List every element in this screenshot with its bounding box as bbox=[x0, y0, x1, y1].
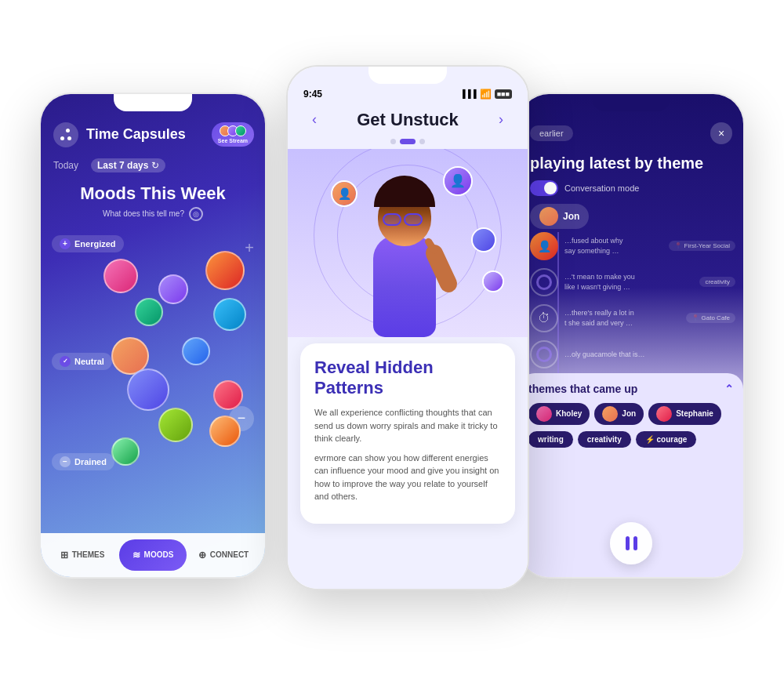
card-title: Reveal Hidden Patterns bbox=[314, 358, 501, 399]
timeline-text-4: …oly guacamole that is… bbox=[564, 350, 735, 358]
center-content: 9:45 ▐▐▐ 📶 ■■■ ‹ Get Unstuck › bbox=[288, 67, 528, 589]
badge1-text: First-Year Social bbox=[684, 242, 730, 249]
app-logo bbox=[53, 122, 78, 147]
person-chip-jon[interactable]: Jon bbox=[594, 403, 644, 425]
notch-right bbox=[592, 94, 670, 111]
tabs-row: Today Last 7 days ↻ bbox=[41, 154, 265, 177]
check-icon: ✓ bbox=[60, 356, 71, 367]
jon-person-name: Jon bbox=[622, 409, 636, 418]
kholey-name: Kholey bbox=[556, 409, 582, 418]
next-button[interactable]: › bbox=[490, 109, 512, 131]
conversation-toggle[interactable] bbox=[530, 180, 558, 196]
creativity-chip[interactable]: creativity bbox=[578, 431, 631, 448]
avatar-bubble bbox=[127, 368, 169, 411]
chevron-up-icon[interactable]: ⌃ bbox=[724, 383, 734, 395]
timeline-item-3: ⏱ …there's really a lot int she said and… bbox=[530, 304, 735, 332]
jon-avatar bbox=[539, 207, 558, 226]
reveal-card: Reveal Hidden Patterns We all experience… bbox=[300, 343, 515, 524]
tab-last7[interactable]: Last 7 days ↻ bbox=[91, 158, 165, 172]
convo-mode-row: Conversation mode bbox=[519, 176, 743, 201]
moods-heading: Moods This Week bbox=[41, 183, 265, 204]
energized-label: Energized bbox=[74, 239, 116, 249]
avatar-bubble bbox=[135, 298, 163, 326]
connect-label: CONNECT bbox=[210, 550, 249, 559]
badge3-text: Gato Cafe bbox=[702, 314, 730, 321]
themes-tab[interactable]: ⊞ THEMES bbox=[49, 539, 116, 571]
minus-icon: − bbox=[60, 456, 71, 467]
right-bottom: themes that came up ⌃ Kholey Jon bbox=[519, 373, 743, 577]
dot-1 bbox=[390, 139, 396, 144]
float-avatar-2 bbox=[471, 227, 496, 252]
center-heading: Get Unstuck bbox=[357, 110, 459, 130]
float-avatar-3 bbox=[482, 270, 504, 292]
carousel-dots bbox=[288, 139, 528, 144]
timeline-ring-4 bbox=[530, 340, 558, 368]
notch-center bbox=[368, 67, 447, 84]
timeline-item-4: …oly guacamole that is… bbox=[530, 340, 735, 368]
pause-icon bbox=[626, 536, 637, 550]
plus-icon: + bbox=[60, 238, 71, 249]
float-avatar-4: 👤 bbox=[331, 180, 358, 207]
close-button[interactable]: × bbox=[710, 122, 732, 144]
convo-mode-label: Conversation mode bbox=[564, 183, 639, 193]
status-time: 9:45 bbox=[303, 89, 322, 100]
themes-label: themes that came up bbox=[528, 383, 637, 395]
float-avatar-1: 👤 bbox=[443, 166, 473, 196]
dot-2 bbox=[400, 139, 416, 144]
app-title: Time Capsules bbox=[86, 126, 186, 143]
timeline-item-1: 👤 …fused about whysay something … 📍 Firs… bbox=[530, 232, 735, 260]
jon-name: Jon bbox=[563, 211, 579, 222]
stephanie-avatar bbox=[656, 406, 672, 422]
notch-left bbox=[114, 94, 192, 111]
phone-right: earlier × playing latest by theme Conver… bbox=[517, 93, 745, 579]
add-icon[interactable]: + bbox=[245, 239, 254, 257]
stephanie-name: Stephanie bbox=[676, 409, 713, 418]
kholey-avatar bbox=[536, 406, 552, 422]
drained-label: Drained bbox=[74, 457, 107, 466]
see-stream-button[interactable]: See Stream bbox=[212, 122, 254, 147]
what-does-row: What does this tell me? ◎ bbox=[41, 207, 265, 221]
mood-drained[interactable]: − Drained bbox=[52, 453, 114, 470]
mood-energized[interactable]: + Energized bbox=[52, 235, 124, 252]
timeline-avatar-1: 👤 bbox=[530, 232, 558, 260]
themes-came-up: themes that came up ⌃ bbox=[528, 383, 734, 395]
neutral-label: Neutral bbox=[74, 357, 104, 366]
connect-tab[interactable]: ⊕ CONNECT bbox=[190, 539, 257, 571]
card-desc-2: evrmore can show you how different energ… bbox=[314, 452, 501, 503]
courage-chip[interactable]: ⚡ courage bbox=[636, 431, 697, 448]
avatar-bubble bbox=[205, 251, 245, 290]
timeline-badge-1: 📍 First-Year Social bbox=[669, 241, 735, 251]
pause-button[interactable] bbox=[610, 522, 652, 564]
avatar-bubble bbox=[182, 337, 210, 365]
timeline-item-2: …'t mean to make youlike I wasn't giving… bbox=[530, 268, 735, 296]
badge2-text: creativity bbox=[705, 278, 730, 285]
person-chip-kholey[interactable]: Kholey bbox=[528, 403, 590, 425]
mood-area: + Energized + ✓ Neutral − Drained − bbox=[41, 227, 265, 478]
timeline-badge-2: creativity bbox=[699, 277, 735, 287]
playing-theme-text: playing latest by theme bbox=[519, 151, 743, 176]
writing-chip[interactable]: writing bbox=[528, 431, 573, 448]
mood-neutral[interactable]: ✓ Neutral bbox=[52, 353, 112, 370]
info-icon[interactable]: ◎ bbox=[189, 207, 203, 221]
avatar-bubble bbox=[213, 298, 246, 331]
avatar-bubble bbox=[111, 437, 140, 466]
right-top-bar: earlier × bbox=[519, 116, 743, 151]
avatar-bubble bbox=[209, 416, 241, 447]
phone-center: 9:45 ▐▐▐ 📶 ■■■ ‹ Get Unstuck › bbox=[286, 65, 529, 590]
tab-today[interactable]: Today bbox=[53, 160, 78, 171]
avatar-bubble bbox=[158, 408, 193, 442]
what-does-text: What does this tell me? bbox=[103, 209, 184, 218]
see-stream-label: See Stream bbox=[218, 138, 248, 143]
jon-chip: Jon bbox=[530, 204, 589, 229]
moods-tab[interactable]: ≋ MOODS bbox=[119, 539, 187, 571]
prev-button[interactable]: ‹ bbox=[303, 109, 325, 131]
timeline-text-2: …'t mean to make youlike I wasn't giving… bbox=[564, 272, 693, 292]
avatar-bubble bbox=[103, 259, 138, 293]
avatar-bubble bbox=[158, 274, 188, 304]
bottom-nav: ⊞ THEMES ≋ MOODS ⊕ CONNECT bbox=[41, 533, 265, 577]
earlier-badge: earlier bbox=[530, 125, 573, 141]
jon-person-avatar bbox=[602, 406, 618, 422]
right-content: earlier × playing latest by theme Conver… bbox=[519, 94, 743, 577]
timeline-badge-3: 📍 Gato Cafe bbox=[686, 313, 735, 323]
person-chip-stephanie[interactable]: Stephanie bbox=[648, 403, 721, 425]
